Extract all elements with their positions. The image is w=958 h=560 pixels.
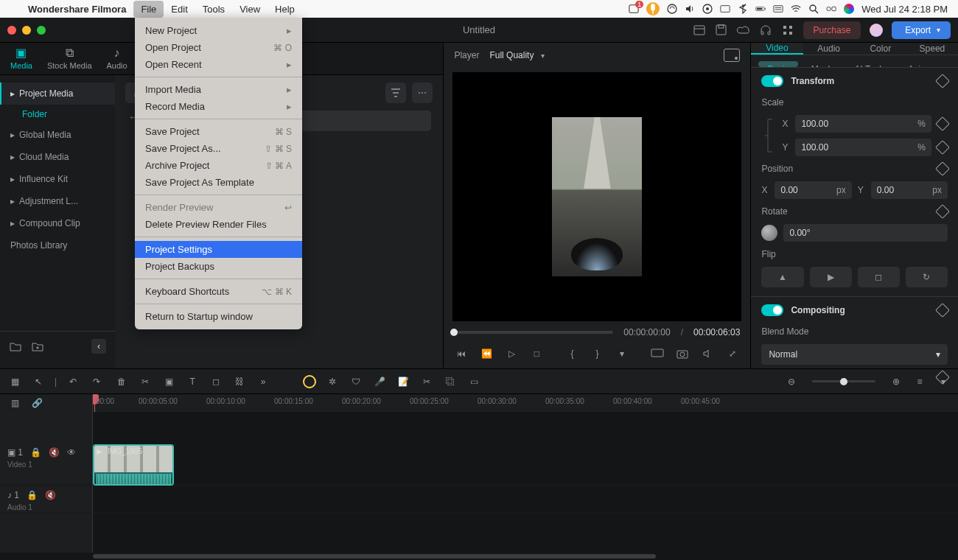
playhead[interactable] xyxy=(94,394,95,412)
tree-compound-clip[interactable]: ▸ Compound Clip xyxy=(0,212,115,234)
menu-keyboard-shortcuts[interactable]: Keyboard Shortcuts⌥ ⌘ K xyxy=(135,283,302,300)
menubar-help[interactable]: Help xyxy=(268,1,302,18)
tree-project-media[interactable]: ▸ Project Media xyxy=(0,83,115,105)
fullscreen-button[interactable]: ⤢ xyxy=(725,346,740,361)
tl-frame-icon[interactable]: ▭ xyxy=(466,374,481,389)
scrub-bar[interactable] xyxy=(454,331,613,334)
zoom-slider[interactable] xyxy=(812,380,875,382)
export-button[interactable]: Export xyxy=(892,21,951,39)
compositing-keyframe[interactable] xyxy=(935,303,950,318)
snapshot-icon[interactable] xyxy=(724,49,740,62)
apps-grid-icon[interactable] xyxy=(781,24,794,37)
tab-media[interactable]: ▣Media xyxy=(4,43,38,74)
menu-delete-render[interactable]: Delete Preview Render Files xyxy=(135,216,302,233)
tree-cloud-media[interactable]: ▸ Cloud Media xyxy=(0,146,115,168)
tl-link-track[interactable]: 🔗 xyxy=(29,396,44,410)
flip-rotate-button[interactable]: ↻ xyxy=(906,267,948,287)
timeline-ruler[interactable]: 00:00 00:00:05:00 00:00:10:00 00:00:15:0… xyxy=(93,394,958,412)
inspector-tab-color[interactable]: Color xyxy=(855,43,906,55)
battery-icon[interactable] xyxy=(755,4,766,14)
menu-return-startup[interactable]: Return to Startup window xyxy=(135,308,302,325)
filter-button[interactable] xyxy=(385,83,406,103)
timeline-clip[interactable]: ▶ IMG_1965 xyxy=(93,444,174,486)
subtab-basic[interactable]: Basic xyxy=(758,61,797,67)
prev-frame-button[interactable]: ⏮ xyxy=(454,346,469,361)
position-y-input[interactable]: 0.00px xyxy=(871,181,948,199)
compositing-toggle[interactable] xyxy=(761,304,783,316)
tl-mic-icon[interactable]: 🎤 xyxy=(372,374,387,389)
visibility-icon[interactable]: 👁 xyxy=(67,447,76,458)
save-icon[interactable] xyxy=(715,24,728,37)
tab-stock-media[interactable]: ⧉Stock Media xyxy=(41,43,98,74)
tl-redo-button[interactable]: ↷ xyxy=(89,374,104,389)
subtab-mask[interactable]: Mask xyxy=(803,61,842,67)
tl-more-button[interactable]: » xyxy=(256,374,270,389)
step-back-button[interactable]: ⏪ xyxy=(479,346,494,361)
menu-open-project[interactable]: Open Project⌘ O xyxy=(135,39,302,56)
new-bin-icon[interactable] xyxy=(31,340,44,353)
inspector-tab-audio[interactable]: Audio xyxy=(803,43,855,55)
window-traffic-lights[interactable] xyxy=(7,26,46,35)
tree-adjustment-layer[interactable]: ▸ Adjustment L... xyxy=(0,190,115,212)
lock-icon[interactable]: 🔒 xyxy=(30,447,41,458)
lock-audio-icon[interactable]: 🔒 xyxy=(27,490,38,500)
position-keyframe[interactable] xyxy=(935,161,950,176)
zoom-in-button[interactable]: ⊕ xyxy=(889,374,903,389)
scale-y-keyframe[interactable] xyxy=(935,140,950,155)
mark-in-button[interactable]: { xyxy=(564,346,579,361)
marker-dropdown[interactable]: ▾ xyxy=(615,346,629,361)
tl-text-button[interactable]: T xyxy=(185,374,200,389)
flip-vertical-button[interactable]: ▶ xyxy=(810,267,852,287)
tl-shape-button[interactable]: ◻ xyxy=(209,374,223,389)
inspector-tab-video[interactable]: Video xyxy=(751,43,803,55)
tl-split-button[interactable]: ✂ xyxy=(138,374,153,389)
menu-save-as-template[interactable]: Save Project As Template xyxy=(135,174,302,191)
transform-keyframe-icon[interactable] xyxy=(935,74,950,88)
browser-icon[interactable] xyxy=(702,4,713,14)
wifi-icon[interactable] xyxy=(791,4,801,14)
tl-delete-button[interactable]: 🗑 xyxy=(114,374,129,389)
menubar-file[interactable]: File xyxy=(133,1,164,18)
tl-cut-icon[interactable]: ✂ xyxy=(419,374,434,389)
menu-import-media[interactable]: Import Media▸ xyxy=(135,81,302,98)
subtab-animation[interactable]: Anim xyxy=(899,61,937,67)
snapshot-button[interactable] xyxy=(675,346,690,361)
mute-button[interactable] xyxy=(700,346,715,361)
layout-icon[interactable] xyxy=(693,24,706,37)
menubar-view[interactable]: View xyxy=(232,1,268,18)
tl-track-collapse[interactable]: ▥ xyxy=(7,396,22,410)
mic-recording-icon[interactable] xyxy=(646,2,660,15)
position-x-input[interactable]: 0.00px xyxy=(775,181,851,199)
transform-toggle[interactable] xyxy=(761,75,783,87)
tree-global-media[interactable]: ▸ Global Media xyxy=(0,124,115,146)
purchase-button[interactable]: Purchase xyxy=(803,21,861,39)
play-button[interactable]: ▷ xyxy=(504,346,519,361)
rotate-keyframe[interactable] xyxy=(935,204,950,219)
menu-save-project-as[interactable]: Save Project As...⇧ ⌘ S xyxy=(135,140,302,157)
app-name[interactable]: Wondershare Filmora xyxy=(21,4,133,15)
subtab-ai-tools[interactable]: AI Tools xyxy=(845,61,894,67)
menubar-edit[interactable]: Edit xyxy=(164,1,195,18)
tl-link-button[interactable]: ⛓ xyxy=(232,374,247,389)
spotlight-icon[interactable] xyxy=(808,4,819,14)
control-center-icon[interactable] xyxy=(826,4,836,14)
flip-horizontal-button[interactable]: ▲ xyxy=(761,267,803,287)
timeline-scrollbar[interactable] xyxy=(0,553,958,560)
rotate-input[interactable]: 0.00° xyxy=(783,224,948,242)
menu-project-settings[interactable]: Project Settings xyxy=(135,241,302,258)
flip-reset-button[interactable]: ◻ xyxy=(858,267,900,287)
menu-save-project[interactable]: Save Project⌘ S xyxy=(135,123,302,140)
more-options-button[interactable]: ⋯ xyxy=(412,83,433,103)
tl-crop-button[interactable]: ▣ xyxy=(161,374,176,389)
cloud-icon[interactable] xyxy=(737,24,750,37)
sync-icon[interactable] xyxy=(667,4,677,14)
tree-photos-library[interactable]: Photos Library xyxy=(0,234,115,256)
avatar[interactable] xyxy=(870,24,883,37)
tl-smiley-button[interactable] xyxy=(303,375,316,388)
rotate-dial[interactable] xyxy=(761,225,777,241)
menubar-tools[interactable]: Tools xyxy=(195,1,232,18)
menu-open-recent[interactable]: Open Recent▸ xyxy=(135,56,302,73)
timeline-lanes[interactable]: ▶ IMG_1965 xyxy=(93,412,958,553)
display-mode-button[interactable] xyxy=(650,346,665,361)
tl-settings-icon[interactable]: ✲ xyxy=(325,374,340,389)
